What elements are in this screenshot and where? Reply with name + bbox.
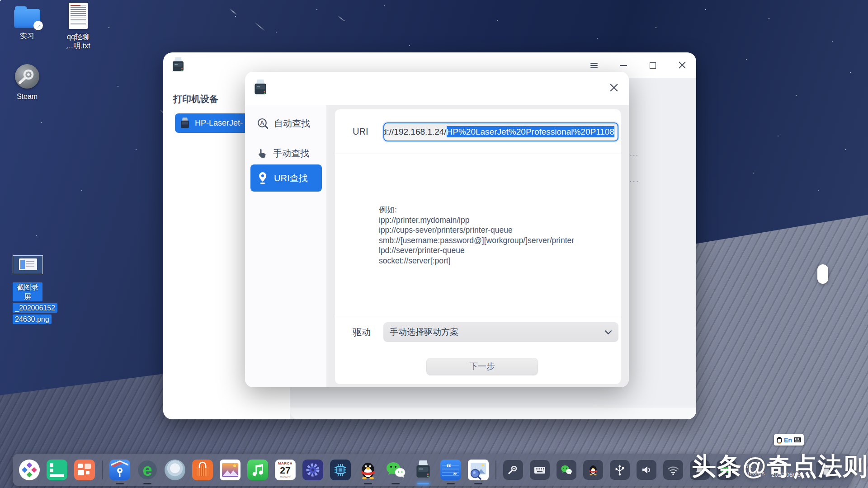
tab-uri-find[interactable]: URI查找 <box>250 164 322 192</box>
desktop-icon-label: Steam <box>8 92 46 101</box>
uri-input[interactable]: pd://192.168.1.24/HP%20LaserJet%20Profes… <box>383 122 618 141</box>
divider <box>335 316 621 316</box>
uri-form-card: URI pd://192.168.1.24/HP%20LaserJet%20Pr… <box>335 109 621 384</box>
text-file-icon <box>69 3 88 29</box>
dock-separator <box>495 460 496 479</box>
driver-selected-value: 手动选择驱动方案 <box>390 326 458 338</box>
tab-label: 手动查找 <box>273 147 309 160</box>
window-maximize-button[interactable] <box>649 61 657 69</box>
qq-tray-icon[interactable] <box>583 460 603 480</box>
multitask-icon[interactable] <box>47 460 67 480</box>
keyboard-layout-icon <box>794 437 801 442</box>
uri-examples-text: 例如: ipp://printer.mydomain/ipp ipp://cup… <box>379 205 574 266</box>
qq-icon[interactable] <box>358 460 378 480</box>
window-menu-button[interactable] <box>590 61 598 69</box>
printer-dialog-icon <box>252 78 269 97</box>
calendar-icon[interactable]: MARCH 27 MONDAY <box>275 460 296 480</box>
photos-icon[interactable] <box>220 460 241 480</box>
driver-field-label: 驱动 <box>353 326 371 338</box>
ime-language-label: En <box>784 436 792 444</box>
watermark-text: 头条@奇点法则 <box>692 450 868 483</box>
music-icon[interactable] <box>247 460 268 480</box>
fcitx-penguin-icon <box>777 437 782 443</box>
window-close-button[interactable] <box>678 61 686 69</box>
dialog-titlebar <box>245 72 629 105</box>
launcher-icon[interactable] <box>19 460 40 480</box>
printer-item-icon <box>179 117 191 130</box>
wifi-icon[interactable] <box>663 460 683 480</box>
printer-list-item-hp-laserjet[interactable]: HP-LaserJet- <box>175 113 250 133</box>
keyboard-icon[interactable] <box>530 460 550 480</box>
driver-select[interactable]: 手动选择驱动方案 <box>383 322 618 342</box>
uri-value-selected-text: HP%20LaserJet%20Professional%20P1108 <box>447 126 614 137</box>
folder-shortcut-icon: → <box>14 6 40 28</box>
browser-icon[interactable]: e <box>137 460 158 480</box>
uri-field-label: URI <box>353 127 368 137</box>
shortcut-arrow-icon: → <box>33 21 43 30</box>
window-minimize-button[interactable] <box>619 61 627 69</box>
chromium-icon[interactable] <box>165 460 185 480</box>
desktop-icon-steam[interactable]: Steam <box>8 64 46 101</box>
printer-item-label: HP-LaserJet- <box>195 118 243 128</box>
next-step-button[interactable]: 下一步 <box>426 358 538 375</box>
desktop-icon-screenshot-png[interactable]: 截图录屏 _202006152 24630.png <box>13 255 42 325</box>
background-text-fragment: ··· <box>630 151 639 159</box>
settings-gear-icon[interactable] <box>302 460 323 480</box>
desktop-icon-label: qq轻聊…明.txt <box>58 33 99 51</box>
search-mode-tab-list: A 自动查找 手动查找 URI查找 <box>245 105 327 387</box>
input-method-indicator[interactable]: En <box>774 434 804 446</box>
app-grid-icon[interactable] <box>74 460 95 480</box>
printer-window-icon <box>170 56 186 74</box>
desktop-icon-label-selected: 截图录屏 _202006152 24630.png <box>13 282 42 325</box>
printer-app-icon[interactable] <box>413 460 434 480</box>
file-manager-icon[interactable] <box>109 460 130 480</box>
screenshot-thumbnail-icon <box>13 255 43 274</box>
dock-separator <box>102 460 103 479</box>
desktop: → 实习 qq轻聊…明.txt Steam 截图录屏 _202006152 24… <box>0 0 868 488</box>
steam-icon <box>15 64 39 89</box>
wechat-icon[interactable] <box>385 460 406 480</box>
calendar-weekday: MONDAY <box>280 475 291 479</box>
volume-icon[interactable] <box>637 460 656 480</box>
tab-auto-find[interactable]: A 自动查找 <box>250 113 322 134</box>
stars <box>0 0 1 1</box>
usb-icon[interactable] <box>610 460 630 480</box>
hand-icon <box>257 148 268 159</box>
svg-text:A: A <box>260 120 264 126</box>
uri-value-prefix: pd://192.168.1.24/ <box>383 127 447 136</box>
svg-text:e: e <box>142 460 152 479</box>
add-printer-dialog: A 自动查找 手动查找 URI查找 URI <box>245 72 629 387</box>
device-manager-icon[interactable] <box>330 460 351 480</box>
location-pin-icon <box>257 172 269 184</box>
search-a-icon: A <box>257 117 269 129</box>
dialog-content-panel: URI pd://192.168.1.24/HP%20LaserJet%20Pr… <box>327 105 629 387</box>
dialog-close-button[interactable] <box>608 82 620 94</box>
desktop-icon-label: 实习 <box>8 32 46 41</box>
sidebar-title: 打印机设备 <box>173 93 218 105</box>
image-viewer-icon[interactable] <box>468 460 489 480</box>
calendar-day: 27 <box>280 465 290 475</box>
notes-icon[interactable]: “ ” <box>440 460 461 480</box>
scrollbar-pill[interactable] <box>817 264 828 284</box>
desktop-icon-txt-file[interactable]: qq轻聊…明.txt <box>58 3 99 51</box>
app-store-icon[interactable] <box>192 460 213 480</box>
svg-text:“: “ <box>446 461 451 473</box>
chevron-down-icon <box>604 330 612 335</box>
desktop-icon-folder[interactable]: → 实习 <box>8 6 46 41</box>
tab-label: 自动查找 <box>274 117 310 130</box>
tab-manual-find[interactable]: 手动查找 <box>250 142 322 164</box>
wechat-tray-icon[interactable] <box>557 460 576 480</box>
tab-label: URI查找 <box>274 172 307 184</box>
steam-tray-icon[interactable] <box>503 460 523 480</box>
divider <box>335 154 621 154</box>
svg-text:”: ” <box>453 471 457 479</box>
window-bottom-strip <box>290 408 696 419</box>
